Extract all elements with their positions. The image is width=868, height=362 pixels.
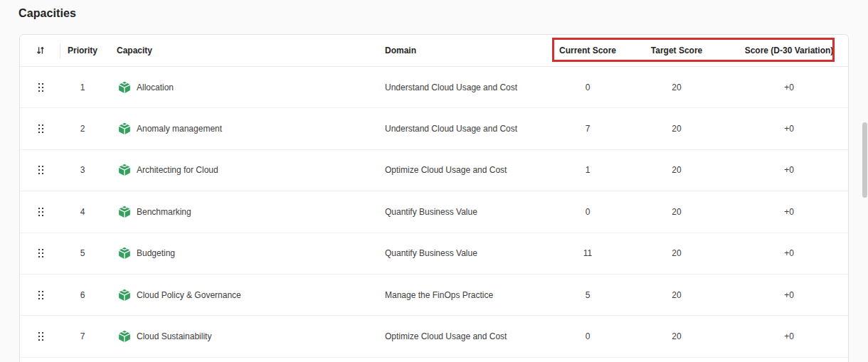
table-body: 1 Allocation Understand Cloud Usage and … <box>20 67 848 358</box>
d30-variation-value: +0 <box>730 207 848 217</box>
domain-value: Understand Cloud Usage and Cost <box>378 124 552 134</box>
cube-icon <box>118 330 131 343</box>
table-row[interactable]: 1 Allocation Understand Cloud Usage and … <box>20 67 848 108</box>
capacity-name: Benchmarking <box>137 207 191 217</box>
table-row[interactable]: 2 Anomaly management Understand Cloud Us… <box>20 108 848 149</box>
target-score-value: 20 <box>623 82 730 92</box>
domain-value: Understand Cloud Usage and Cost <box>378 82 552 92</box>
drag-handle-icon <box>38 291 43 299</box>
column-header-capacity: Capacity <box>104 46 378 55</box>
domain-value: Optimize Cloud Usage and Cost <box>378 331 552 341</box>
page-title: Capacities <box>18 7 76 20</box>
capacity-name: Allocation <box>137 82 174 92</box>
cube-icon <box>118 247 131 260</box>
drag-handle-icon <box>38 208 43 216</box>
d30-variation-value: +0 <box>730 331 848 341</box>
column-header-d30-variation: Score (D-30 Variation) <box>730 46 848 55</box>
table-row[interactable]: 4 Benchmarking Quantify Business Value 0… <box>20 191 848 233</box>
drag-handle-icon <box>38 332 43 341</box>
target-score-value: 20 <box>623 207 730 217</box>
domain-value: Quantify Business Value <box>378 248 552 258</box>
capacities-table: Priority Capacity Domain Current Score T… <box>19 34 849 362</box>
current-score-value: 0 <box>552 331 623 341</box>
priority-value: 3 <box>61 165 104 175</box>
current-score-value: 0 <box>552 82 623 92</box>
drag-handle[interactable] <box>20 208 61 216</box>
table-row[interactable]: 3 Architecting for Cloud Optimize Cloud … <box>20 150 848 191</box>
current-score-value: 1 <box>552 165 623 175</box>
priority-value: 6 <box>61 290 104 300</box>
target-score-value: 20 <box>623 290 730 300</box>
capacity-name: Architecting for Cloud <box>137 165 218 175</box>
drag-handle[interactable] <box>20 166 61 174</box>
d30-variation-value: +0 <box>730 82 848 92</box>
target-score-value: 20 <box>623 165 730 175</box>
target-score-value: 20 <box>623 124 730 134</box>
capacity-name: Cloud Policy & Governance <box>137 290 241 300</box>
d30-variation-value: +0 <box>730 124 848 134</box>
domain-value: Optimize Cloud Usage and Cost <box>378 165 552 175</box>
d30-variation-value: +0 <box>730 290 848 300</box>
table-row[interactable]: 6 Cloud Policy & Governance Manage the F… <box>20 275 848 316</box>
table-row[interactable]: 5 Budgeting Quantify Business Value 11 2… <box>20 233 848 275</box>
vertical-scrollbar[interactable] <box>862 122 867 198</box>
current-score-value: 5 <box>552 290 623 300</box>
capacity-name: Anomaly management <box>137 124 222 134</box>
drag-handle[interactable] <box>20 249 61 257</box>
current-score-value: 11 <box>552 248 623 258</box>
column-header-priority: Priority <box>61 46 104 55</box>
drag-handle[interactable] <box>20 291 61 299</box>
domain-value: Quantify Business Value <box>378 207 552 217</box>
target-score-value: 20 <box>623 331 730 341</box>
sort-arrows-icon <box>36 46 46 55</box>
priority-value: 7 <box>61 331 104 341</box>
priority-value: 4 <box>61 207 104 217</box>
cube-icon <box>118 122 131 135</box>
capacity-name: Cloud Sustainability <box>137 331 211 341</box>
drag-handle[interactable] <box>20 332 61 341</box>
drag-handle-icon <box>38 166 43 174</box>
table-row[interactable]: 7 Cloud Sustainability Optimize Cloud Us… <box>20 316 848 357</box>
sort-toggle[interactable] <box>20 46 61 55</box>
drag-handle[interactable] <box>20 83 61 92</box>
column-header-current-score: Current Score <box>552 46 623 55</box>
cube-icon <box>118 81 131 94</box>
current-score-value: 0 <box>552 207 623 217</box>
priority-value: 1 <box>61 82 104 92</box>
domain-value: Manage the FinOps Practice <box>378 290 552 300</box>
table-header-row: Priority Capacity Domain Current Score T… <box>20 35 848 67</box>
target-score-value: 20 <box>623 248 730 258</box>
drag-handle[interactable] <box>20 124 61 133</box>
drag-handle-icon <box>38 124 43 133</box>
cube-icon <box>118 206 131 218</box>
column-header-target-score: Target Score <box>623 46 730 55</box>
priority-value: 5 <box>61 248 104 258</box>
drag-handle-icon <box>38 83 43 92</box>
drag-handle-icon <box>38 249 43 257</box>
capacity-name: Budgeting <box>137 248 175 258</box>
d30-variation-value: +0 <box>730 248 848 258</box>
cube-icon <box>118 164 131 176</box>
cube-icon <box>118 289 131 302</box>
current-score-value: 7 <box>552 124 623 134</box>
priority-value: 2 <box>61 124 104 134</box>
d30-variation-value: +0 <box>730 165 848 175</box>
header-divider <box>60 43 60 58</box>
column-header-domain: Domain <box>378 46 552 55</box>
